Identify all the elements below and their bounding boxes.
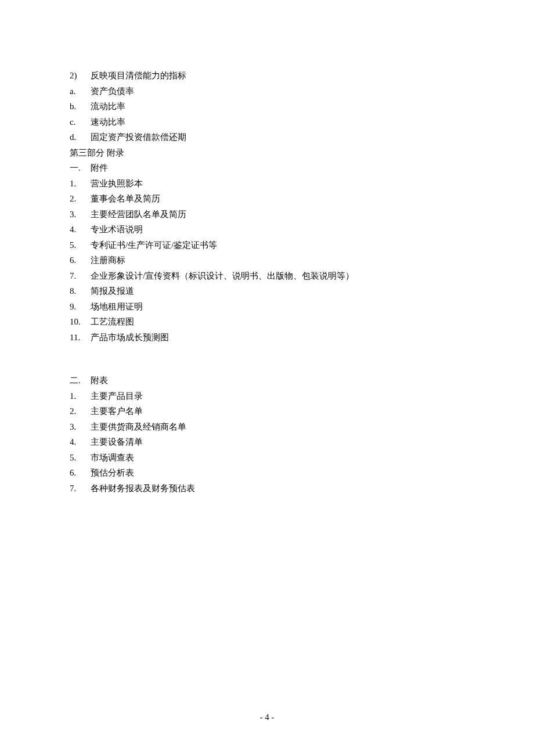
list-item-text: 企业形象设计/宣传资料（标识设计、说明书、出版物、包装说明等） bbox=[91, 269, 464, 284]
subheading-marker: 一. bbox=[70, 161, 91, 176]
list-item-marker: 1. bbox=[70, 389, 91, 404]
list-item-text: 专利证书/生产许可证/鉴定证书等 bbox=[91, 238, 464, 253]
list-item-marker: d. bbox=[70, 130, 91, 145]
subheading-text: 附表 bbox=[91, 373, 464, 388]
list-item-text: 主要经营团队名单及简历 bbox=[91, 207, 464, 222]
list-item-marker: 2) bbox=[70, 69, 91, 84]
list-item: 1.主要产品目录 bbox=[70, 389, 464, 404]
list-item-marker: c. bbox=[70, 115, 91, 130]
list-item-text: 主要供货商及经销商名单 bbox=[91, 420, 464, 435]
list-item-text: 反映项目清偿能力的指标 bbox=[91, 69, 464, 84]
list-item-text: 速动比率 bbox=[91, 115, 464, 130]
document-page: 2)反映项目清偿能力的指标a.资产负债率b.流动比率c.速动比率d.固定资产投资… bbox=[0, 0, 534, 496]
list-item: 2)反映项目清偿能力的指标 bbox=[70, 69, 464, 84]
list-item: 8.简报及报道 bbox=[70, 284, 464, 299]
list-item: 3.主要经营团队名单及简历 bbox=[70, 207, 464, 222]
list-item-text: 专业术语说明 bbox=[91, 222, 464, 237]
list-item: 5.市场调查表 bbox=[70, 451, 464, 466]
list-item-text: 主要设备清单 bbox=[91, 435, 464, 450]
list-item-marker: 6. bbox=[70, 466, 91, 481]
list-item: 2.董事会名单及简历 bbox=[70, 192, 464, 207]
list-item: 4.专业术语说明 bbox=[70, 222, 464, 237]
list-item-text: 主要产品目录 bbox=[91, 389, 464, 404]
list-item-marker: 3. bbox=[70, 207, 91, 222]
list-item: 10.工艺流程图 bbox=[70, 315, 464, 330]
list-item: 7.企业形象设计/宣传资料（标识设计、说明书、出版物、包装说明等） bbox=[70, 269, 464, 284]
subheading-text: 附件 bbox=[91, 161, 464, 176]
page-number: - 4 - bbox=[0, 710, 534, 725]
list-item-marker: 4. bbox=[70, 222, 91, 237]
list-item-text: 流动比率 bbox=[91, 99, 464, 114]
list-item: a.资产负债率 bbox=[70, 84, 464, 99]
list-item: d.固定资产投资借款偿还期 bbox=[70, 130, 464, 145]
list-item-marker: 9. bbox=[70, 300, 91, 315]
list-item-marker: 5. bbox=[70, 451, 91, 466]
list-item: b.流动比率 bbox=[70, 99, 464, 114]
list-item-marker: 2. bbox=[70, 192, 91, 207]
list-item-text: 董事会名单及简历 bbox=[91, 192, 464, 207]
list-item-marker: 4. bbox=[70, 435, 91, 450]
list-item-text: 各种财务报表及财务预估表 bbox=[91, 481, 464, 496]
section-header-appendix: 第三部分 附录 bbox=[70, 146, 464, 161]
list-item-text: 资产负债率 bbox=[91, 84, 464, 99]
list-item-text: 营业执照影本 bbox=[91, 177, 464, 192]
list-item: 4.主要设备清单 bbox=[70, 435, 464, 450]
list-item: 7.各种财务报表及财务预估表 bbox=[70, 481, 464, 496]
subheading-marker: 二. bbox=[70, 373, 91, 388]
list-item-marker: 6. bbox=[70, 253, 91, 268]
list-item: c.速动比率 bbox=[70, 115, 464, 130]
list-item-text: 注册商标 bbox=[91, 253, 464, 268]
list-tables: 1.主要产品目录2.主要客户名单3.主要供货商及经销商名单4.主要设备清单5.市… bbox=[70, 389, 464, 496]
spacer bbox=[70, 345, 464, 373]
list-item: 6.注册商标 bbox=[70, 253, 464, 268]
list-item-marker: 7. bbox=[70, 269, 91, 284]
list-item-marker: 7. bbox=[70, 481, 91, 496]
list-item: 1.营业执照影本 bbox=[70, 177, 464, 192]
list-item-text: 固定资产投资借款偿还期 bbox=[91, 130, 464, 145]
list-item-marker: b. bbox=[70, 99, 91, 114]
list-item-text: 产品市场成长预测图 bbox=[91, 330, 464, 345]
subheading-tables: 二. 附表 bbox=[70, 373, 464, 388]
list-item-marker: 2. bbox=[70, 404, 91, 419]
list-item-text: 工艺流程图 bbox=[91, 315, 464, 330]
list-item-marker: 10. bbox=[70, 315, 91, 330]
list-item-marker: 11. bbox=[70, 330, 91, 345]
list-item-marker: 5. bbox=[70, 238, 91, 253]
list-item-text: 预估分析表 bbox=[91, 466, 464, 481]
intro-lines: 2)反映项目清偿能力的指标a.资产负债率b.流动比率c.速动比率d.固定资产投资… bbox=[70, 69, 464, 145]
list-item: 3.主要供货商及经销商名单 bbox=[70, 420, 464, 435]
list-item-text: 场地租用证明 bbox=[91, 300, 464, 315]
list-item: 6.预估分析表 bbox=[70, 466, 464, 481]
list-item: 2.主要客户名单 bbox=[70, 404, 464, 419]
list-item-marker: 3. bbox=[70, 420, 91, 435]
list-item: 5.专利证书/生产许可证/鉴定证书等 bbox=[70, 238, 464, 253]
list-attachments: 1.营业执照影本2.董事会名单及简历3.主要经营团队名单及简历4.专业术语说明5… bbox=[70, 177, 464, 345]
list-item-text: 市场调查表 bbox=[91, 451, 464, 466]
list-item-marker: 1. bbox=[70, 177, 91, 192]
list-item: 9.场地租用证明 bbox=[70, 300, 464, 315]
subheading-attachments: 一. 附件 bbox=[70, 161, 464, 176]
list-item: 11.产品市场成长预测图 bbox=[70, 330, 464, 345]
list-item-text: 主要客户名单 bbox=[91, 404, 464, 419]
list-item-marker: 8. bbox=[70, 284, 91, 299]
list-item-text: 简报及报道 bbox=[91, 284, 464, 299]
list-item-marker: a. bbox=[70, 84, 91, 99]
